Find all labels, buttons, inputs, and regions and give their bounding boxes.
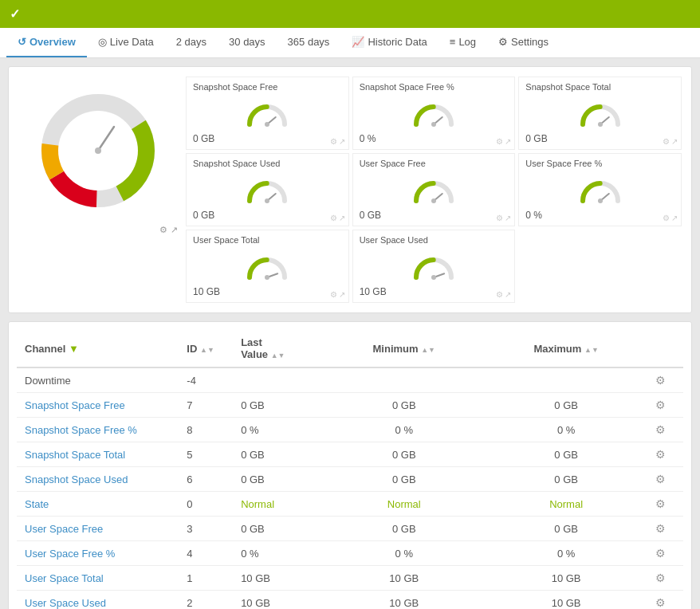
row-gear-icon-5[interactable]: ⚙ xyxy=(655,497,666,510)
tab-log[interactable]: ≡ Log xyxy=(438,28,487,57)
channel-link-2[interactable]: Snapshot Space Free % xyxy=(25,424,137,436)
gauge-chart-icon-6[interactable]: ↗ xyxy=(339,290,345,299)
gauge-value-2: 0 GB xyxy=(525,133,547,144)
td-minimum-8: 10 GB xyxy=(323,566,485,591)
gauge-chart-icon-4[interactable]: ↗ xyxy=(505,214,511,222)
row-gear-icon-3[interactable]: ⚙ xyxy=(655,448,666,461)
td-maximum-2: 0 % xyxy=(485,418,647,442)
gauge-settings-icon-3[interactable]: ⚙ xyxy=(330,214,337,222)
tab-365days[interactable]: 365 days xyxy=(277,28,341,57)
td-maximum-4: 0 GB xyxy=(485,467,647,492)
gauge-settings-icon-6[interactable]: ⚙ xyxy=(330,290,337,299)
table-row: Snapshot Space Total 5 0 GB 0 GB 0 GB ⚙ xyxy=(17,442,683,467)
svg-point-10 xyxy=(431,122,436,127)
tab-settings[interactable]: ⚙ Settings xyxy=(487,28,560,57)
gauge-settings-icon-7[interactable]: ⚙ xyxy=(496,290,503,299)
gauge-value-1: 0 % xyxy=(360,133,376,144)
tab-2days[interactable]: 2 days xyxy=(165,28,218,57)
state-left: ⚙ ↗ xyxy=(18,77,178,303)
table-row: User Space Free % 4 0 % 0 % 0 % ⚙ xyxy=(17,541,683,566)
td-lastvalue-8: 10 GB xyxy=(233,566,323,591)
td-lastvalue-5: Normal xyxy=(233,492,323,517)
tab-30days[interactable]: 30 days xyxy=(218,28,277,57)
gauge-chart-icon-5[interactable]: ↗ xyxy=(671,214,678,222)
table-panel: Channel ▼ ID ▲▼ LastValue ▲▼ Minimum ▲▼ … xyxy=(8,321,692,609)
td-maximum-1: 0 GB xyxy=(485,393,647,418)
table-row: Downtime -4 ⚙ xyxy=(17,367,683,393)
channel-link-7[interactable]: User Space Free % xyxy=(25,548,115,560)
th-maximum[interactable]: Maximum ▲▼ xyxy=(485,330,647,367)
td-id-0: -4 xyxy=(179,367,233,393)
main-content: ⚙ ↗ Snapshot Space Free 0 GB ⚙ ↗ Snapsho… xyxy=(0,58,700,609)
gauge-title-1: Snapshot Space Free % xyxy=(360,82,454,92)
td-actions-5: ⚙ xyxy=(647,492,683,517)
channel-link-3[interactable]: Snapshot Space Total xyxy=(25,449,125,461)
td-actions-2: ⚙ xyxy=(647,418,683,442)
channel-link-9[interactable]: User Space Used xyxy=(25,597,106,609)
th-id[interactable]: ID ▲▼ xyxy=(179,330,233,367)
table-row: State 0 Normal Normal Normal ⚙ xyxy=(17,492,683,517)
td-minimum-3: 0 GB xyxy=(323,442,485,467)
gauge-icons-3: ⚙ ↗ xyxy=(330,214,345,222)
gauge-cell-3: Snapshot Space Used 0 GB ⚙ ↗ xyxy=(186,153,349,226)
gauge-icons-4: ⚙ ↗ xyxy=(496,214,511,222)
tab-historic-label: Historic Data xyxy=(368,36,427,48)
td-minimum-1: 0 GB xyxy=(323,393,485,418)
gauge-settings-icon-4[interactable]: ⚙ xyxy=(496,214,503,222)
channel-link-1[interactable]: Snapshot Space Free xyxy=(25,399,125,411)
row-gear-icon-8[interactable]: ⚙ xyxy=(655,572,666,584)
row-gear-icon-4[interactable]: ⚙ xyxy=(655,473,666,485)
chart-small-icon[interactable]: ↗ xyxy=(171,225,178,235)
tab-log-label: Log xyxy=(458,36,476,48)
gauge-settings-icon-2[interactable]: ⚙ xyxy=(663,137,670,146)
td-maximum-9: 10 GB xyxy=(485,591,647,610)
tab-historic[interactable]: 📈 Historic Data xyxy=(340,28,438,57)
gauge-chart-icon-1[interactable]: ↗ xyxy=(505,137,511,146)
row-gear-icon-0[interactable]: ⚙ xyxy=(655,374,666,387)
td-channel-9: User Space Used xyxy=(17,591,179,610)
gauge-title-7: User Space Used xyxy=(360,235,428,245)
gauge-settings-icon-5[interactable]: ⚙ xyxy=(663,214,670,222)
gauge-chart-icon-0[interactable]: ↗ xyxy=(339,137,345,146)
channel-link-4[interactable]: Snapshot Space Used xyxy=(25,473,128,485)
th-actions xyxy=(647,330,683,367)
td-actions-7: ⚙ xyxy=(647,541,683,566)
th-lastvalue[interactable]: LastValue ▲▼ xyxy=(233,330,323,367)
gauge-settings-icon-1[interactable]: ⚙ xyxy=(496,137,503,146)
th-minimum[interactable]: Minimum ▲▼ xyxy=(323,330,485,367)
gauge-title-4: User Space Free xyxy=(360,159,426,168)
gauge-cell-5: User Space Free % 0 % ⚙ ↗ xyxy=(518,153,682,226)
svg-point-16 xyxy=(431,198,436,203)
gauge-icons-1: ⚙ ↗ xyxy=(496,137,511,146)
td-channel-2: Snapshot Space Free % xyxy=(17,418,179,442)
table-row: User Space Used 2 10 GB 10 GB 10 GB ⚙ xyxy=(17,591,683,610)
row-gear-icon-6[interactable]: ⚙ xyxy=(655,522,666,535)
th-channel[interactable]: Channel ▼ xyxy=(17,330,179,367)
svg-point-6 xyxy=(95,147,101,154)
channel-link-8[interactable]: User Space Total xyxy=(25,572,104,584)
gauge-settings-icon-0[interactable]: ⚙ xyxy=(330,137,337,146)
td-channel-8: User Space Total xyxy=(17,566,179,591)
table-row: Snapshot Space Used 6 0 GB 0 GB 0 GB ⚙ xyxy=(17,467,683,492)
gauge-value-3: 0 GB xyxy=(193,210,214,221)
row-gear-icon-2[interactable]: ⚙ xyxy=(655,423,666,436)
tab-live-data[interactable]: ◎ Live Data xyxy=(87,28,165,57)
tab-365days-label: 365 days xyxy=(288,36,330,48)
gauge-chart-icon-2[interactable]: ↗ xyxy=(671,137,678,146)
gauge-chart-icon-7[interactable]: ↗ xyxy=(505,290,511,299)
row-gear-icon-7[interactable]: ⚙ xyxy=(655,547,666,560)
td-channel-0: Downtime xyxy=(17,367,179,393)
tab-overview[interactable]: ↺ Overview xyxy=(6,28,87,57)
td-id-3: 5 xyxy=(179,442,233,467)
gauge-chart-icon-3[interactable]: ↗ xyxy=(339,214,345,222)
gauge-title-0: Snapshot Space Free xyxy=(193,82,277,92)
row-gear-icon-1[interactable]: ⚙ xyxy=(655,399,666,411)
settings-small-icon[interactable]: ⚙ xyxy=(159,225,167,235)
log-icon: ≡ xyxy=(450,36,456,48)
row-gear-icon-9[interactable]: ⚙ xyxy=(655,596,666,609)
channel-link-6[interactable]: User Space Free xyxy=(25,523,103,535)
channel-link-5[interactable]: State xyxy=(25,498,49,510)
td-id-8: 1 xyxy=(179,566,233,591)
state-action-icons: ⚙ ↗ xyxy=(159,225,178,235)
td-lastvalue-3: 0 GB xyxy=(233,442,323,467)
